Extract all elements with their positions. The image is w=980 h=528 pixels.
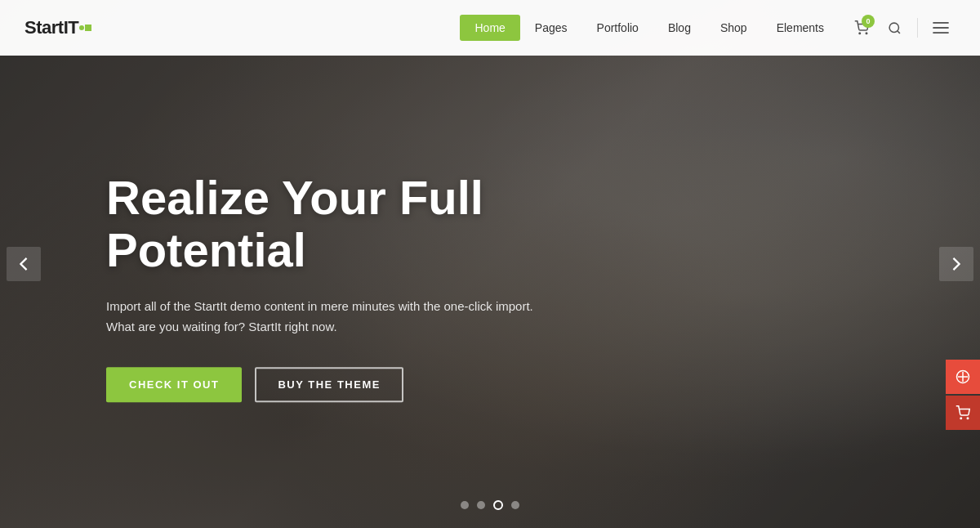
nav-item-shop[interactable]: Shop (706, 15, 762, 41)
svg-line-3 (897, 30, 899, 33)
hero-title-line2: Potential (106, 223, 306, 276)
right-float-buttons (946, 360, 980, 430)
nav-link-elements[interactable]: Elements (762, 15, 839, 41)
check-it-out-button[interactable]: CHECK IT OUT (106, 367, 242, 402)
svg-point-11 (967, 418, 969, 419)
slide-dot-3[interactable] (493, 500, 503, 510)
buy-theme-button[interactable]: BUY THE THEME (255, 367, 403, 402)
hero-buttons: CHECK IT OUT BUY THE THEME (106, 367, 547, 402)
nav-link-blog[interactable]: Blog (653, 15, 706, 41)
svg-point-2 (889, 23, 898, 32)
nav-icons: 0 (847, 13, 956, 43)
logo-square (85, 25, 91, 31)
nav-link-pages[interactable]: Pages (520, 15, 582, 41)
nav-item-portfolio[interactable]: Portfolio (582, 15, 653, 41)
nav-menu: Home Pages Portfolio Blog Shop Elements (460, 15, 839, 41)
svg-point-10 (960, 418, 962, 419)
nav-item-home[interactable]: Home (460, 15, 519, 41)
logo-text-start: Start (24, 17, 64, 38)
svg-point-1 (866, 33, 867, 34)
float-cart-icon (956, 405, 970, 420)
float-button-cart[interactable] (946, 396, 980, 430)
nav-link-shop[interactable]: Shop (706, 15, 762, 41)
hero-subtitle: Import all of the StartIt demo content i… (106, 296, 547, 338)
svg-point-0 (859, 33, 861, 34)
nav-item-pages[interactable]: Pages (520, 15, 582, 41)
float-button-red[interactable] (946, 360, 980, 394)
search-button[interactable] (880, 13, 909, 43)
nav-item-elements[interactable]: Elements (762, 15, 839, 41)
nav-link-portfolio[interactable]: Portfolio (582, 15, 653, 41)
slider-prev-button[interactable] (7, 247, 41, 281)
search-icon (888, 21, 902, 35)
hero-content: Realize Your Full Potential Import all o… (106, 172, 547, 402)
cart-button[interactable]: 0 (847, 13, 876, 43)
slide-dot-2[interactable] (477, 501, 485, 509)
logo-text-it: IT (64, 17, 79, 38)
slider-dots (461, 500, 519, 510)
slide-dot-4[interactable] (511, 501, 519, 509)
float-icon-red (956, 369, 970, 384)
navbar: StartIT Home Pages Portfolio Blog Shop E… (0, 0, 980, 56)
hero-title-line1: Realize Your Full (106, 171, 483, 224)
hero-section: StartIT Home Pages Portfolio Blog Shop E… (0, 0, 980, 528)
cart-badge: 0 (862, 15, 875, 28)
nav-link-home[interactable]: Home (460, 15, 519, 41)
chevron-right-icon (952, 257, 960, 271)
slider-next-button[interactable] (939, 247, 973, 281)
slide-dot-1[interactable] (461, 501, 469, 509)
logo[interactable]: StartIT (24, 17, 91, 38)
nav-item-blog[interactable]: Blog (653, 15, 706, 41)
chevron-left-icon (20, 257, 28, 271)
hamburger-icon (933, 22, 949, 34)
logo-dot (79, 25, 84, 30)
nav-divider (917, 18, 918, 38)
hero-title: Realize Your Full Potential (106, 172, 547, 276)
menu-button[interactable] (926, 13, 956, 43)
